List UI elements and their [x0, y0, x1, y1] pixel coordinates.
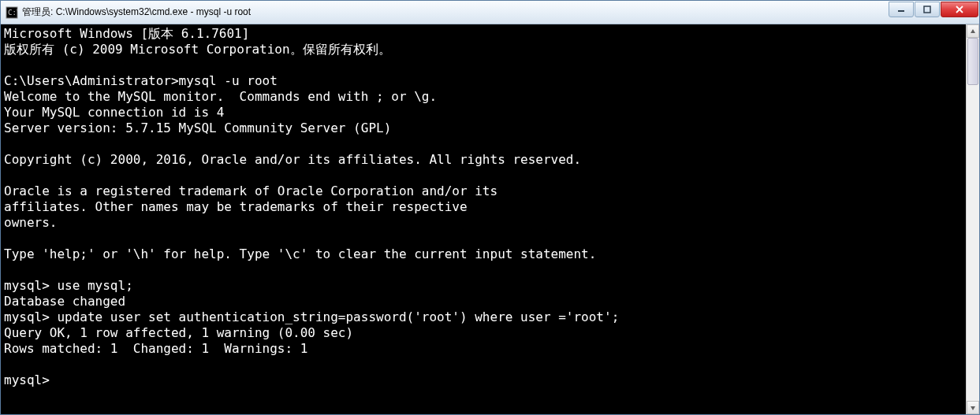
- maximize-button[interactable]: [915, 2, 940, 17]
- cmd-icon: C:\: [6, 6, 18, 19]
- terminal-output[interactable]: Microsoft Windows [版本 6.1.7601] 版权所有 (c)…: [1, 24, 966, 414]
- window-controls: [888, 1, 979, 24]
- close-button[interactable]: [941, 2, 978, 17]
- vertical-scrollbar[interactable]: [966, 24, 979, 414]
- terminal-container: Microsoft Windows [版本 6.1.7601] 版权所有 (c)…: [1, 24, 979, 414]
- minimize-button[interactable]: [889, 2, 914, 17]
- svg-marker-7: [971, 406, 975, 410]
- scroll-track[interactable]: [967, 38, 979, 401]
- cmd-window: C:\ 管理员: C:\Windows\system32\cmd.exe - m…: [0, 0, 980, 415]
- scroll-thumb[interactable]: [967, 38, 978, 85]
- scroll-down-button[interactable]: [967, 401, 979, 414]
- svg-rect-3: [924, 6, 930, 13]
- window-title: 管理员: C:\Windows\system32\cmd.exe - mysql…: [22, 6, 888, 19]
- svg-marker-6: [971, 29, 975, 33]
- svg-text:C:\: C:\: [8, 9, 18, 17]
- scroll-up-button[interactable]: [967, 24, 979, 38]
- titlebar[interactable]: C:\ 管理员: C:\Windows\system32\cmd.exe - m…: [1, 1, 979, 24]
